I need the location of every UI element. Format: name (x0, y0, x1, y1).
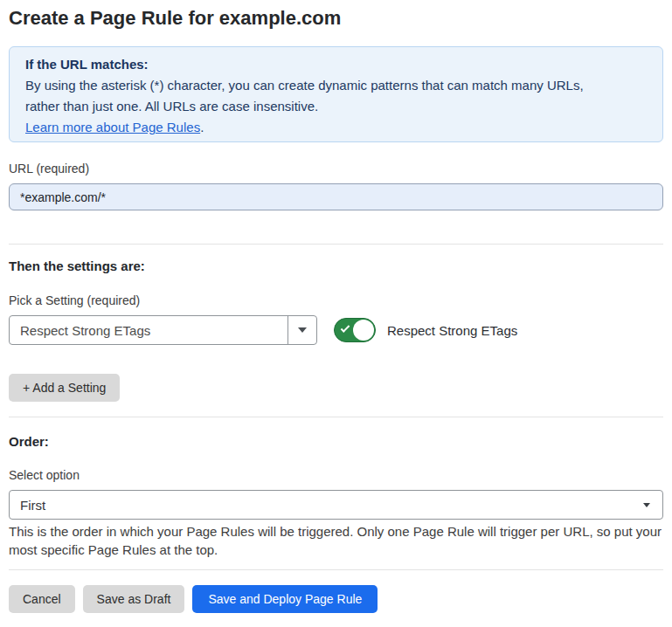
info-box-heading: If the URL matches: (25, 54, 647, 75)
order-help-text: This is the order in which your Page Rul… (9, 522, 663, 559)
learn-more-link[interactable]: Learn more about Page Rules (25, 120, 200, 134)
order-select[interactable]: First (9, 490, 663, 520)
dropdown-arrow-button[interactable] (288, 316, 316, 344)
toggle-knob (353, 320, 374, 341)
save-draft-button[interactable]: Save as Draft (83, 585, 185, 613)
toggle-label: Respect Strong ETags (387, 323, 517, 338)
divider (9, 569, 663, 570)
setting-dropdown-value: Respect Strong ETags (10, 323, 288, 338)
chevron-down-icon (643, 503, 650, 507)
check-icon (341, 323, 350, 333)
order-select-value: First (10, 498, 643, 513)
link-period: . (200, 120, 204, 134)
info-box-body: By using the asterisk (*) character, you… (25, 75, 595, 117)
cancel-button[interactable]: Cancel (9, 585, 75, 613)
url-match-info-box: If the URL matches: By using the asteris… (9, 46, 663, 142)
divider (9, 244, 663, 245)
chevron-down-icon (298, 327, 307, 333)
select-option-label: Select option (9, 469, 663, 482)
add-setting-button[interactable]: + Add a Setting (9, 374, 120, 402)
url-input[interactable] (9, 183, 663, 210)
etags-toggle[interactable] (334, 318, 376, 342)
divider (9, 417, 663, 417)
action-buttons: Cancel Save as Draft Save and Deploy Pag… (9, 585, 663, 613)
info-box-link-line: Learn more about Page Rules. (25, 117, 647, 138)
save-deploy-button[interactable]: Save and Deploy Page Rule (192, 585, 378, 613)
setting-row: Respect Strong ETags Respect Strong ETag… (9, 315, 663, 345)
order-heading: Order: (9, 435, 663, 449)
url-label: URL (required) (9, 162, 663, 176)
page-title: Create a Page Rule for example.com (9, 7, 663, 30)
pick-setting-label: Pick a Setting (required) (9, 294, 663, 307)
setting-dropdown[interactable]: Respect Strong ETags (9, 315, 317, 345)
page-rule-form: Create a Page Rule for example.com If th… (0, 7, 672, 613)
settings-heading: Then the settings are: (9, 259, 663, 273)
